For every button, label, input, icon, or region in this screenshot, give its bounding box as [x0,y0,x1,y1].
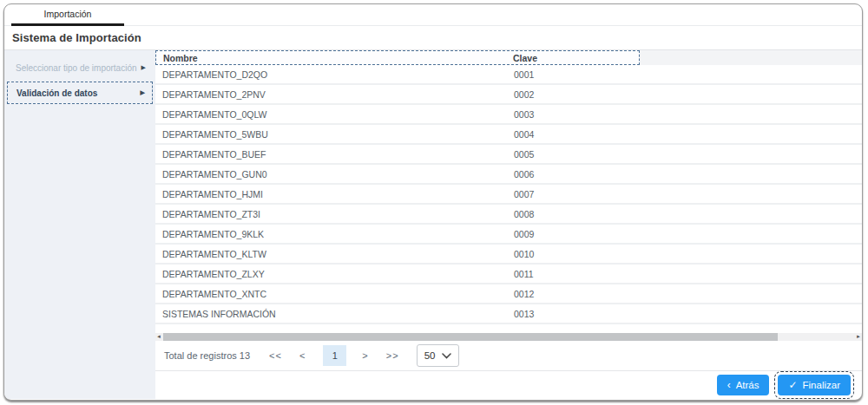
table-row[interactable]: DEPARTAMENTO_XNTC0012 [155,284,862,304]
cell-nombre: DEPARTAMENTO_HJMI [155,189,263,199]
page-size-value: 50 [424,350,436,361]
cell-clave: 0001 [514,69,534,80]
scroll-right-icon[interactable]: ► [855,333,862,341]
total-records-label: Total de registros 13 [164,350,250,361]
scrollbar-thumb[interactable] [163,333,778,341]
cell-clave: 0006 [514,169,534,180]
wizard-sidebar: Seleccionar tipo de importación ▶ Valida… [4,50,155,399]
table-header-row: Nombre Clave [155,50,862,65]
cell-clave: 0002 [514,89,534,100]
table-header-focus-box: Nombre Clave [155,50,640,65]
cell-clave: 0005 [514,149,534,160]
title-bar: Sistema de Importación [4,26,862,50]
chevron-left-icon: ‹ [727,380,731,390]
cell-nombre: DEPARTAMENTO_ZT3I [155,209,260,219]
table-row[interactable]: DEPARTAMENTO_9KLK0009 [155,225,862,245]
table-row[interactable]: DEPARTAMENTO_ZLXY0011 [155,265,862,284]
sidebar-item-label: Validación de datos [16,88,97,98]
cell-clave: 0004 [514,129,534,140]
page-size-select[interactable]: 50 [417,344,460,367]
current-page-button[interactable]: 1 [323,345,346,366]
table-row[interactable]: DEPARTAMENTO_5WBU0004 [155,125,862,145]
validation-panel: Nombre Clave DEPARTAMENTO_D2QO0001DEPART… [155,50,862,399]
horizontal-scrollbar[interactable]: ◄ ► [155,333,862,341]
last-page-button[interactable]: >> [386,350,399,361]
chevron-right-icon: ▶ [141,89,145,96]
cell-clave: 0007 [514,189,534,199]
sidebar-item-label: Seleccionar tipo de importación [16,63,137,73]
cell-nombre: DEPARTAMENTO_5WBU [155,129,268,140]
column-header-clave: Clave [513,53,537,63]
table-row[interactable]: DEPARTAMENTO_D2QO0001 [155,65,862,85]
back-button[interactable]: ‹ Atrás [717,375,770,395]
page-title: Sistema de Importación [12,31,141,44]
column-header-nombre: Nombre [156,53,198,63]
chevron-down-icon [442,353,451,359]
table-row[interactable]: DEPARTAMENTO_GUN00006 [155,165,862,185]
table-row[interactable]: DEPARTAMENTO_HJMI0007 [155,185,862,205]
wizard-footer: ‹ Atrás ✓ Finalizar [155,370,862,399]
cell-nombre: SISTEMAS INFORMACIÓN [155,309,276,319]
import-window: Importación Sistema de Importación Selec… [3,3,863,401]
pagination-bar: Total de registros 13 << < 1 > >> 50 [155,341,862,370]
table-row[interactable]: DEPARTAMENTO_2PNV0002 [155,85,862,105]
cell-clave: 0003 [514,109,534,120]
first-page-button[interactable]: << [269,350,282,361]
tab-bar: Importación [4,4,862,26]
cell-clave: 0012 [514,289,534,299]
chevron-right-icon: ▶ [141,64,146,71]
cell-nombre: DEPARTAMENTO_GUN0 [155,169,267,180]
cell-nombre: DEPARTAMENTO_9KLK [155,229,264,239]
cell-nombre: DEPARTAMENTO_BUEF [155,149,266,160]
table-row[interactable]: DEPARTAMENTO_KLTW0010 [155,245,862,265]
tab-importacion[interactable]: Importación [11,4,124,26]
cell-nombre: DEPARTAMENTO_XNTC [155,289,266,299]
next-page-button[interactable]: > [362,350,368,361]
cell-nombre: DEPARTAMENTO_KLTW [155,249,266,259]
table-row[interactable]: DEPARTAMENTO_BUEF0005 [155,145,862,165]
finish-button-label: Finalizar [803,380,840,390]
cell-nombre: DEPARTAMENTO_0QLW [155,109,266,120]
table-row[interactable]: DEPARTAMENTO_ZT3I0008 [155,205,862,225]
cell-clave: 0013 [514,309,534,319]
cell-clave: 0011 [514,269,534,279]
cell-nombre: DEPARTAMENTO_ZLXY [155,269,265,279]
scroll-left-icon[interactable]: ◄ [155,333,162,341]
sidebar-item-seleccionar-tipo[interactable]: Seleccionar tipo de importación ▶ [7,56,153,79]
cell-nombre: DEPARTAMENTO_2PNV [155,89,266,100]
table-row[interactable]: SISTEMAS INFORMACIÓN0013 [155,304,862,324]
sidebar-item-validacion-datos[interactable]: Validación de datos ▶ [7,82,153,104]
check-icon: ✓ [788,380,797,390]
finish-button[interactable]: ✓ Finalizar [778,375,851,395]
cell-nombre: DEPARTAMENTO_D2QO [155,69,267,80]
table-body: DEPARTAMENTO_D2QO0001DEPARTAMENTO_2PNV00… [155,65,862,324]
cell-clave: 0008 [514,209,534,219]
cell-clave: 0010 [514,249,534,259]
prev-page-button[interactable]: < [299,350,306,361]
table-row[interactable]: DEPARTAMENTO_0QLW0003 [155,105,862,125]
cell-clave: 0009 [514,229,534,239]
back-button-label: Atrás [736,380,760,390]
